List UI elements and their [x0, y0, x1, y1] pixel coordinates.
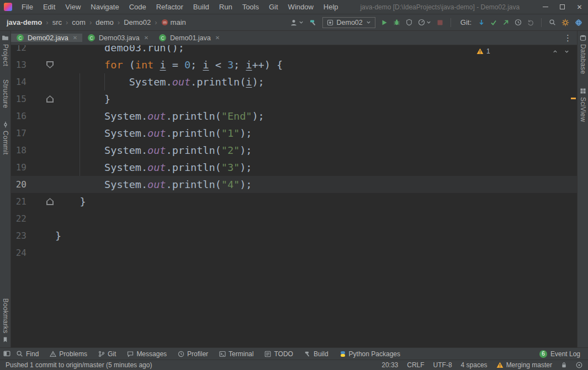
error-stripe-mark[interactable] [571, 98, 576, 99]
tab-options-icon[interactable]: ⋮ [559, 31, 577, 45]
debug-button[interactable] [393, 19, 400, 26]
build-project-icon [309, 19, 317, 26]
code-line[interactable]: 23} [11, 227, 577, 244]
update-project-button[interactable] [478, 19, 485, 26]
tab-label: Demo03.java [99, 34, 140, 42]
code-line[interactable]: 22 [11, 210, 577, 227]
next-warning-icon[interactable] [564, 49, 569, 54]
menu-tools[interactable]: Tools [237, 0, 264, 14]
toolwindow-button-git[interactable]: Git [93, 348, 121, 360]
toolwindow-button-messages[interactable]: Messages [121, 348, 172, 360]
encoding-indicator[interactable]: UTF-8 [433, 361, 452, 369]
settings-button[interactable] [561, 19, 569, 26]
code-line[interactable]: 15 } [11, 90, 577, 108]
search-icon [16, 350, 23, 357]
menu-git[interactable]: Git [264, 0, 283, 14]
lock-icon[interactable] [561, 362, 567, 368]
history-button[interactable] [515, 19, 522, 26]
tab-close-icon[interactable]: ✕ [215, 35, 220, 41]
svg-text:C: C [161, 35, 165, 41]
fold-end-icon[interactable] [46, 95, 54, 103]
toolwindow-stripe-database[interactable]: Database [579, 34, 587, 74]
code-line[interactable]: 17 System.out.println("1"); [11, 125, 577, 142]
messages-icon [127, 351, 134, 357]
method-icon: m [161, 19, 168, 26]
toolwindow-button-build[interactable]: Build [299, 348, 334, 360]
breadcrumb-demo[interactable]: demo [94, 18, 115, 27]
tab-demo03[interactable]: CDemo03.java✕ [82, 34, 153, 42]
menu-edit[interactable]: Edit [38, 0, 60, 14]
build-project-button[interactable] [309, 19, 317, 26]
stop-button[interactable] [437, 19, 443, 26]
fold-slot [46, 215, 54, 222]
close-button[interactable]: ✕ [571, 0, 588, 14]
breadcrumb-com[interactable]: com [71, 18, 87, 27]
code-line[interactable]: 19 System.out.println("3"); [11, 159, 577, 176]
code-line[interactable]: 13 for (int i = 0; i < 3; i++) { [11, 56, 577, 73]
code-line[interactable]: 14 System.out.println(i); [11, 73, 577, 90]
menu-build[interactable]: Build [188, 0, 214, 14]
toolwindow-button-problems[interactable]: Problems [44, 348, 93, 360]
toolwindow-button-python-packages[interactable]: Python Packages [334, 348, 406, 360]
code-line[interactable]: 16 System.out.println("End"); [11, 108, 577, 125]
event-log-button[interactable]: 6 Event Log [535, 350, 585, 358]
breadcrumb-java-demo[interactable]: java-demo [6, 18, 43, 27]
status-indicator-icon[interactable] [576, 362, 582, 368]
push-button[interactable] [502, 19, 509, 26]
toolwindow-button-terminal[interactable]: Terminal [214, 348, 259, 360]
search-everywhere-button[interactable] [549, 19, 556, 26]
tab-close-icon[interactable]: ✕ [144, 35, 149, 41]
indent-indicator[interactable]: 4 spaces [461, 361, 488, 369]
toolwindow-button-find[interactable]: Find [10, 348, 44, 360]
line-number: 22 [11, 213, 27, 224]
intellij-logo-icon [4, 3, 12, 11]
menu-navigate[interactable]: Navigate [86, 0, 124, 14]
toolwindow-stripe-sciview[interactable]: SciView [579, 88, 587, 122]
toolwindow-stripe-bookmarks[interactable]: Bookmarks [2, 298, 9, 343]
code-line[interactable]: 21 } [11, 193, 577, 210]
code-line[interactable]: 24 [11, 244, 577, 261]
fold-slot [46, 45, 54, 51]
menu-run[interactable]: Run [214, 0, 237, 14]
coverage-button[interactable] [406, 19, 412, 26]
fold-end-icon[interactable] [46, 198, 54, 205]
menu-help[interactable]: Help [319, 0, 343, 14]
settings-sync-button[interactable] [575, 19, 582, 26]
profiler-button[interactable] [418, 19, 431, 26]
tab-close-icon[interactable]: ✕ [73, 35, 77, 41]
git-branch-indicator[interactable]: Merging master [496, 361, 552, 369]
inspections-widget[interactable]: 1 [476, 47, 569, 55]
breadcrumb-main[interactable]: mmain [160, 18, 187, 27]
toolwindow-switcher-icon[interactable] [3, 350, 10, 357]
commit-button[interactable] [490, 19, 497, 26]
toolwindow-stripe-commit[interactable]: Commit [2, 121, 9, 155]
menu-view[interactable]: View [60, 0, 86, 14]
fold-collapse-icon[interactable] [46, 61, 54, 68]
toolwindow-stripe-project[interactable]: Project [2, 34, 9, 66]
toolwindow-button-todo[interactable]: TODO [259, 348, 298, 360]
line-number: 16 [11, 111, 27, 121]
prev-warning-icon[interactable] [553, 49, 558, 54]
line-number: 21 [11, 196, 27, 207]
menu-window[interactable]: Window [283, 0, 319, 14]
menu-code[interactable]: Code [124, 0, 151, 14]
breadcrumb-demo02[interactable]: Demo02 [123, 18, 152, 27]
tab-demo02[interactable]: CDemo02.java✕ [11, 34, 82, 42]
toolwindow-stripe-structure[interactable]: Structure [2, 79, 9, 108]
minimize-button[interactable] [537, 0, 554, 14]
tab-demo01[interactable]: CDemo01.java✕ [153, 34, 225, 42]
toolwindow-button-profiler[interactable]: Profiler [172, 348, 214, 360]
menu-refactor[interactable]: Refactor [151, 0, 188, 14]
run-configuration-select[interactable]: Demo02 [322, 17, 375, 28]
rollback-button[interactable] [527, 19, 534, 26]
code-line[interactable]: 18 System.out.println("2"); [11, 142, 577, 159]
user-avatar-button[interactable] [290, 19, 304, 26]
line-ending-indicator[interactable]: CRLF [407, 361, 424, 369]
breadcrumb-src[interactable]: src [51, 18, 63, 27]
run-button[interactable] [381, 19, 388, 26]
editor[interactable]: 12 demo03.run();13 for (int i = 0; i < 3… [11, 45, 577, 347]
status-message[interactable]: Pushed 1 commit to origin/master (5 minu… [6, 361, 152, 369]
maximize-button[interactable] [554, 0, 571, 14]
code-line[interactable]: 20 System.out.println("4"); [11, 176, 577, 193]
menu-file[interactable]: File [17, 0, 38, 14]
